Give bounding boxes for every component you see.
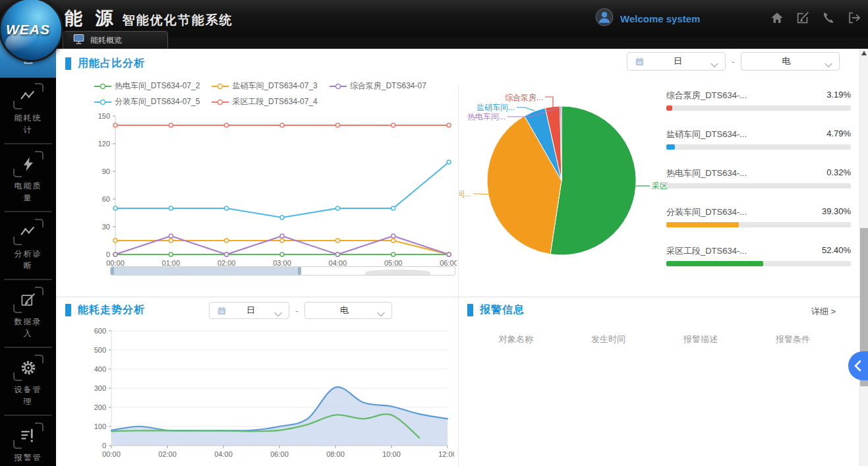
percent-list-item: 分装车间_DTS634-...39.30% bbox=[666, 206, 851, 227]
legend-item[interactable]: 热电车间_DTS634-07_2 bbox=[94, 80, 200, 92]
period-dropdown[interactable]: 日 bbox=[209, 302, 289, 319]
calendar-icon bbox=[216, 305, 227, 316]
percent-item-value: 3.19% bbox=[826, 90, 851, 102]
panel-trend-title: 能耗走势分析 bbox=[65, 303, 145, 317]
logout-icon[interactable] bbox=[847, 11, 861, 25]
sidebar-item-2[interactable]: 电能质量 bbox=[0, 146, 56, 210]
datazoom-handle-left[interactable] bbox=[111, 267, 114, 275]
alarm-detail-link[interactable]: 详细 > bbox=[811, 306, 836, 318]
legend-marker-icon bbox=[94, 99, 111, 105]
percent-item-value: 39.30% bbox=[822, 206, 851, 218]
legend-item[interactable]: 综合泵房_DTS634-07 bbox=[330, 80, 426, 92]
energy-type-value: 电 bbox=[748, 55, 825, 67]
pie-label: 盐硝车间... bbox=[477, 103, 515, 112]
legend-marker-icon bbox=[212, 83, 229, 90]
legend-item[interactable]: 盐硝车间_DTS634-07_3 bbox=[212, 80, 317, 92]
usage-line-chart: 030609012015000:0001:0002:0003:0004:0005… bbox=[88, 109, 457, 274]
svg-text:00:00: 00:00 bbox=[102, 450, 121, 458]
svg-text:04:00: 04:00 bbox=[214, 450, 233, 458]
energy-type-dropdown[interactable]: 电 bbox=[304, 302, 392, 319]
sidebar-item-6[interactable]: 报警管理 bbox=[0, 417, 56, 466]
trend-area-chart: 010020030040050060000:0002:0004:0006:000… bbox=[85, 324, 454, 464]
percent-list-item: 综合泵房_DTS634-...3.19% bbox=[666, 90, 851, 111]
phone-icon[interactable] bbox=[821, 11, 836, 25]
user-menu[interactable]: Welcome system bbox=[595, 8, 700, 29]
user-avatar-icon bbox=[595, 8, 614, 29]
vertical-scrollbar[interactable] bbox=[859, 49, 868, 466]
scroll-up-arrow[interactable] bbox=[861, 51, 867, 55]
sidebar-item-3[interactable]: 分析诊断 bbox=[0, 214, 56, 277]
svg-text:200: 200 bbox=[94, 403, 106, 411]
percent-item-name: 综合泵房_DTS634-... bbox=[666, 90, 747, 102]
svg-text:02:00: 02:00 bbox=[158, 450, 177, 458]
panel-usage-ratio-title: 用能占比分析 bbox=[65, 57, 145, 71]
sidebar-separator bbox=[4, 143, 52, 144]
percent-bar-fill bbox=[666, 222, 739, 227]
chevron-down-icon bbox=[377, 308, 385, 313]
percent-item-name: 盐硝车间_DTS634-... bbox=[666, 129, 747, 140]
header-actions bbox=[770, 11, 861, 25]
home-icon[interactable] bbox=[770, 11, 784, 25]
line-chart-legend: 热电车间_DTS634-07_2盐硝车间_DTS634-07_3综合泵房_DTS… bbox=[94, 80, 463, 107]
usage-ratio-filters: 日 - 电 bbox=[627, 52, 840, 71]
range-dash: - bbox=[732, 56, 735, 67]
sidebar-item-1[interactable]: 能耗统计 bbox=[0, 78, 56, 142]
collapse-panel-button[interactable] bbox=[848, 351, 868, 380]
calendar-icon bbox=[634, 56, 645, 67]
percent-bar-fill bbox=[666, 105, 672, 111]
svg-text:60: 60 bbox=[102, 195, 110, 203]
bolt-icon bbox=[15, 153, 42, 175]
period-dropdown[interactable]: 日 bbox=[627, 52, 726, 71]
panel-title-text: 报警信息 bbox=[480, 303, 525, 317]
datazoom-shadow bbox=[365, 270, 430, 275]
welcome-text: Welcome system bbox=[620, 13, 700, 24]
alarm-column-header: 对象名称 bbox=[470, 334, 562, 345]
sidebar-item-label: 报警管理 bbox=[14, 451, 43, 466]
pie-label: 热电车间... bbox=[467, 112, 506, 121]
sidebar: 能耗统计电能质量分析诊断数据录入设备管理报警管理 bbox=[0, 38, 57, 466]
svg-text:400: 400 bbox=[94, 365, 106, 373]
monitor-icon bbox=[72, 34, 85, 47]
wave-icon bbox=[15, 85, 42, 107]
chevron-left-icon bbox=[852, 356, 864, 376]
alarm-icon bbox=[15, 424, 42, 447]
datazoom-slider[interactable] bbox=[110, 266, 455, 276]
tab-label: 能耗概览 bbox=[90, 35, 122, 46]
legend-marker-icon bbox=[212, 99, 229, 105]
percent-list-item: 采区工段_DTS634-...52.40% bbox=[666, 245, 851, 266]
legend-marker-icon bbox=[330, 83, 347, 90]
sidebar-item-label: 能耗统计 bbox=[14, 112, 43, 136]
percent-item-value: 52.40% bbox=[822, 245, 851, 257]
panel-divider-vertical bbox=[458, 297, 459, 466]
energy-type-dropdown[interactable]: 电 bbox=[741, 52, 840, 71]
svg-text:30: 30 bbox=[102, 223, 110, 231]
pie-label: 采区 bbox=[652, 181, 668, 190]
legend-item[interactable]: 分装车间_DTS634-07_5 bbox=[94, 96, 200, 107]
title-bullet bbox=[467, 304, 473, 316]
sidebar-item-5[interactable]: 设备管理 bbox=[0, 349, 56, 413]
period-value: 日 bbox=[645, 55, 710, 67]
svg-text:12:00: 12:00 bbox=[438, 450, 454, 458]
tab-energy-overview[interactable]: 能耗概览 bbox=[63, 31, 168, 49]
percent-list-item: 热电车间_DTS634-...0.32% bbox=[666, 167, 851, 189]
legend-item[interactable]: 采区工段_DTS634-07_4 bbox=[212, 96, 317, 107]
edit-icon[interactable] bbox=[796, 11, 810, 25]
sidebar-separator bbox=[4, 279, 52, 280]
percent-bar-track bbox=[666, 105, 851, 111]
app-title-sub: 智能优化节能系统 bbox=[123, 13, 233, 27]
alarm-table-header: 对象名称发生时间报警描述报警条件 bbox=[470, 334, 839, 345]
sidebar-item-4[interactable]: 数据录入 bbox=[0, 281, 56, 345]
main-content: 用能占比分析 日 - 电 热电车间_DTS634-07_2盐硝车间_DTS634… bbox=[56, 49, 868, 466]
svg-text:0: 0 bbox=[102, 442, 106, 450]
datazoom-handle-right[interactable] bbox=[298, 267, 301, 275]
gear-icon bbox=[15, 357, 42, 379]
title-bullet bbox=[65, 304, 71, 316]
wave-icon bbox=[15, 221, 42, 243]
pie-label: 综合泵房... bbox=[505, 93, 543, 102]
trend-filters: 日 - 电 bbox=[209, 302, 392, 319]
percent-bar-fill bbox=[666, 144, 675, 150]
datazoom-selected-range bbox=[111, 267, 301, 275]
sidebar-separator bbox=[4, 211, 52, 212]
percent-item-value: 4.79% bbox=[826, 129, 851, 140]
svg-text:0: 0 bbox=[106, 250, 110, 258]
